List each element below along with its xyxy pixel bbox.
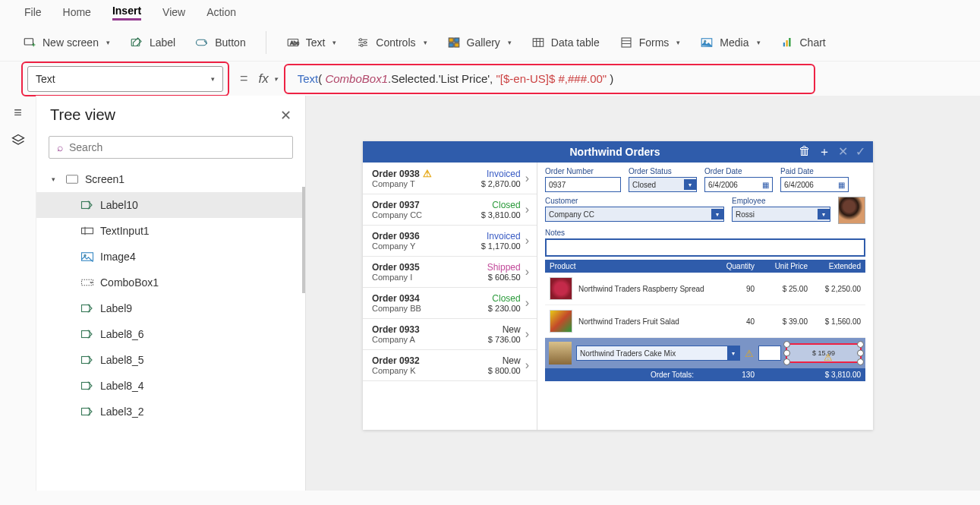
tree-node-image4[interactable]: Image4 [36, 244, 305, 270]
order-row[interactable]: Order 0935Company IShipped$ 606.50› [363, 257, 537, 288]
tree-node-label3_2[interactable]: Label3_2 [36, 399, 305, 425]
property-selector-highlight: Text ▾ [21, 62, 229, 96]
order-row[interactable]: Order 0932Company KNew$ 800.00› [363, 350, 537, 381]
tree-node-label: Label3_2 [100, 406, 144, 418]
menubar: File Home Insert View Action [0, 0, 980, 24]
data-table-icon [531, 36, 545, 49]
new-screen-button[interactable]: New screen▾ [23, 36, 110, 49]
close-icon[interactable]: ✕ [280, 107, 291, 124]
label-order-status: Order Status [629, 167, 697, 175]
order-row[interactable]: Order 0934Company BBClosed$ 230.00› [363, 288, 537, 319]
dropdown-employee[interactable]: Rossi▾ [732, 207, 830, 222]
order-row[interactable]: Order 0933Company ANew$ 736.00› [363, 319, 537, 350]
forms-button[interactable]: Forms▾ [619, 36, 681, 49]
menu-file[interactable]: File [24, 6, 42, 18]
order-detail: Order Number 0937 Order Status Closed▾ O… [537, 163, 873, 430]
label-button[interactable]: Label [130, 36, 175, 49]
svg-rect-16 [783, 43, 784, 46]
tree-node-combobox1[interactable]: ComboBox1 [36, 270, 305, 295]
data-table-label: Data table [551, 36, 600, 49]
selected-label10[interactable]: $ 15.99 ⚠ [786, 343, 862, 363]
dropdown-order-status[interactable]: Closed▾ [629, 177, 697, 192]
trash-icon[interactable]: 🗑 [799, 144, 811, 160]
layers-icon[interactable] [11, 133, 26, 152]
chevron-down-icon: ▾ [332, 39, 336, 46]
tree-node-label8_6[interactable]: Label8_6 [36, 321, 305, 347]
warning-icon: ⚠ [745, 348, 754, 359]
check-icon[interactable]: ✓ [856, 144, 865, 160]
chevron-down-icon: ▾ [211, 75, 215, 83]
chevron-right-icon: › [525, 234, 529, 248]
chart-label: Chart [800, 36, 826, 49]
product-image [550, 277, 572, 300]
tree-node-label: Image4 [100, 251, 136, 263]
label-order-date: Order Date [704, 167, 773, 175]
tree-node-label10[interactable]: Label10 [36, 192, 305, 218]
gallery-button[interactable]: Gallery▾ [447, 36, 512, 49]
tree-list: ▾ Screen1 Label10TextInput1Image4ComboBo… [36, 166, 305, 491]
controls-icon [356, 36, 370, 49]
text-button[interactable]: Abc Text▾ [286, 36, 337, 49]
tree-search[interactable]: ⌕ [49, 136, 293, 159]
gallery-icon [447, 36, 461, 49]
calendar-icon: ▦ [762, 181, 769, 189]
menu-home[interactable]: Home [63, 6, 91, 18]
input-order-date[interactable]: 6/4/2006▦ [704, 177, 773, 192]
order-row[interactable]: Order 0936Company YInvoiced$ 1,170.00› [363, 226, 537, 257]
media-button[interactable]: Media▾ [700, 36, 760, 49]
svg-rect-26 [82, 331, 90, 338]
tree-node-screen1[interactable]: ▾ Screen1 [36, 166, 305, 192]
chevron-down-icon: ▾ [424, 39, 427, 46]
combobox-product[interactable]: Northwind Traders Cake Mix▾ [576, 346, 740, 361]
hamburger-icon[interactable]: ≡ [14, 105, 22, 121]
label-paid-date: Paid Date [780, 167, 849, 175]
svg-rect-20 [82, 202, 90, 209]
tree-node-textinput1[interactable]: TextInput1 [36, 218, 305, 244]
data-table-button[interactable]: Data table [531, 36, 600, 49]
svg-point-5 [360, 39, 362, 41]
menu-insert[interactable]: Insert [112, 5, 141, 21]
line-item-row[interactable]: Northwind Traders Fruit Salad40$ 39.00$ … [545, 305, 865, 338]
chevron-down-icon: ▾ [106, 39, 110, 46]
menu-view[interactable]: View [162, 6, 185, 18]
control-icon [80, 200, 94, 210]
menu-action[interactable]: Action [206, 6, 236, 18]
orders-list[interactable]: Order 0938 ⚠Company TInvoiced$ 2,870.00›… [363, 163, 537, 430]
dropdown-customer[interactable]: Company CC▾ [545, 207, 724, 222]
control-icon [80, 303, 94, 314]
control-icon [80, 251, 94, 262]
input-order-number[interactable]: 0937 [545, 177, 621, 192]
scrollbar[interactable] [302, 187, 305, 293]
chart-button[interactable]: Chart [780, 36, 826, 49]
order-totals: Order Totals: 130 $ 3,810.00 [545, 368, 865, 381]
input-new-qty[interactable] [758, 346, 781, 361]
input-paid-date[interactable]: 6/4/2006▦ [780, 177, 849, 192]
plus-icon[interactable]: ＋ [818, 144, 830, 160]
order-row[interactable]: Order 0938 ⚠Company TInvoiced$ 2,870.00› [363, 163, 537, 194]
new-line-row: Northwind Traders Cake Mix▾ ⚠ $ 15.99 ⚠ [545, 338, 865, 368]
chevron-down-icon: ▾ [727, 346, 739, 360]
search-icon: ⌕ [57, 141, 63, 153]
insert-ribbon: New screen▾ Label Button Abc Text▾ Contr… [0, 24, 980, 61]
tree-node-label: Label8_5 [100, 354, 144, 366]
tree-node-label8_4[interactable]: Label8_4 [36, 373, 305, 399]
design-canvas[interactable]: Northwind Orders 🗑 ＋ ✕ ✓ Order 0938 ⚠Com… [306, 96, 980, 491]
svg-rect-12 [533, 39, 544, 47]
chevron-down-icon: ▾ [711, 209, 723, 219]
control-icon [80, 277, 94, 288]
controls-button[interactable]: Controls▾ [356, 36, 427, 49]
tree-node-label8_5[interactable]: Label8_5 [36, 347, 305, 373]
fx-button[interactable]: fx▾ [259, 71, 278, 87]
tree-node-label9[interactable]: Label9 [36, 295, 305, 321]
button-button[interactable]: Button [195, 36, 245, 49]
app-titlebar: Northwind Orders 🗑 ＋ ✕ ✓ [363, 141, 873, 163]
input-notes[interactable] [545, 238, 865, 257]
cancel-icon[interactable]: ✕ [838, 144, 848, 160]
tree-search-input[interactable] [69, 141, 285, 153]
chevron-down-icon: ▾ [508, 39, 512, 46]
label-notes: Notes [545, 229, 865, 237]
formula-input[interactable]: Text( ComboBox1.Selected.'List Price', "… [290, 67, 809, 91]
property-selector[interactable]: Text ▾ [27, 66, 223, 92]
line-item-row[interactable]: Northwind Traders Raspberry Spread90$ 25… [545, 273, 865, 305]
order-row[interactable]: Order 0937Company CCClosed$ 3,810.00› [363, 194, 537, 226]
